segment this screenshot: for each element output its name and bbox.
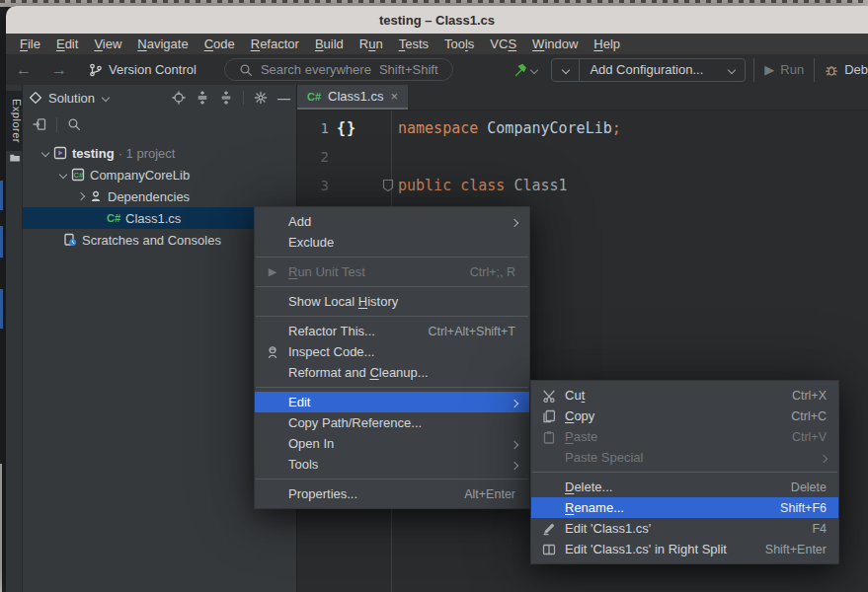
menubar-item-build[interactable]: Build <box>307 34 352 54</box>
build-dropdown-icon[interactable] <box>530 65 538 73</box>
toolbar-separator <box>56 117 57 132</box>
braces-inlay-icon[interactable]: {} <box>337 114 356 143</box>
folder-icon[interactable] <box>9 152 21 164</box>
menu-item-label: Add <box>288 214 311 229</box>
tool-window-stripe: Explorer <box>6 85 23 592</box>
menubar-item-code[interactable]: Code <box>197 34 243 54</box>
menu-item-add[interactable]: Add <box>255 211 529 232</box>
inspect-code-icon <box>263 345 282 359</box>
menu-item-label: Properties... <box>288 486 357 501</box>
menu-item-reformat-and-cleanup[interactable]: Reformat and Cleanup... <box>255 362 529 383</box>
configuration-chevron-button[interactable] <box>552 59 580 81</box>
menu-item-label: Open In <box>288 436 334 451</box>
menu-separator <box>256 387 528 388</box>
menu-item-open-in[interactable]: Open In <box>255 433 529 454</box>
menu-item-shortcut: Ctrl+V <box>792 430 827 444</box>
menubar-item-view[interactable]: View <box>86 34 129 54</box>
expand-all-icon[interactable] <box>196 91 209 105</box>
submenu-arrow-icon <box>512 395 517 409</box>
menubar-item-help[interactable]: Help <box>586 34 628 54</box>
collapse-all-icon[interactable] <box>219 91 233 105</box>
solution-panel-toolbar <box>23 111 296 138</box>
menu-item-refactor-this[interactable]: Refactor This...Ctrl+Alt+Shift+T <box>255 321 529 341</box>
close-icon[interactable]: × <box>390 89 398 104</box>
window-title: testing – Class1.cs <box>379 13 495 28</box>
menu-separator <box>256 286 528 287</box>
menubar-item-run[interactable]: Run <box>352 34 391 54</box>
menu-item-edit-class1-cs-in-right-split[interactable]: Edit 'Class1.cs' in Right SplitShift+Ent… <box>531 539 838 559</box>
search-everywhere-field[interactable]: Search everywhere Shift+Shift <box>224 58 453 81</box>
tree-item-label: CompanyCoreLib <box>90 168 190 183</box>
screen: testing – Class1.cs FileEditViewNavigate… <box>0 0 868 592</box>
menu-item-inspect-code[interactable]: Inspect Code... <box>255 341 529 362</box>
menubar-item-tools[interactable]: Tools <box>436 34 482 54</box>
menubar-item-window[interactable]: Window <box>524 34 586 54</box>
scroll-from-source-icon[interactable] <box>33 117 46 131</box>
run-icon: ▶ <box>764 62 774 77</box>
chevron-right-icon[interactable] <box>74 193 88 199</box>
locate-file-icon[interactable] <box>172 91 186 105</box>
gear-icon[interactable] <box>254 91 268 105</box>
chevron-down-icon[interactable] <box>56 172 70 178</box>
menu-item-paste-special: Paste Special <box>531 447 838 468</box>
solution-panel-header: Solution — <box>23 85 296 111</box>
menu-item-edit[interactable]: Edit <box>255 392 529 412</box>
menu-item-shortcut: Ctrl+C <box>791 409 827 423</box>
menu-item-properties[interactable]: Properties...Alt+Enter <box>255 483 529 504</box>
search-tree-icon[interactable] <box>67 117 81 131</box>
menu-item-show-local-history[interactable]: Show Local History <box>255 291 529 312</box>
background-light-edge <box>0 464 2 592</box>
run-configuration-select[interactable]: Add Configuration... <box>580 62 745 77</box>
build-button[interactable] <box>513 63 527 77</box>
solution-view-caret-icon[interactable] <box>102 94 110 102</box>
tree-item-label: Class1.cs <box>125 211 181 226</box>
menu-item-rename[interactable]: Rename...Shift+F6 <box>531 497 838 518</box>
menu-item-shortcut: Shift+F6 <box>780 501 827 515</box>
menubar-item-tests[interactable]: Tests <box>391 34 436 54</box>
menu-item-tools[interactable]: Tools <box>255 454 529 475</box>
menubar-item-edit[interactable]: Edit <box>48 34 86 54</box>
menubar-item-file[interactable]: File <box>12 34 48 54</box>
menu-item-cut[interactable]: CutCtrl+X <box>531 385 838 406</box>
menubar-item-refactor[interactable]: Refactor <box>243 34 307 54</box>
run-button[interactable]: ▶ Run <box>753 58 804 82</box>
tree-item-companycorelib[interactable]: C#CompanyCoreLib <box>23 164 296 185</box>
menu-item-shortcut: Ctrl+;, R <box>470 265 515 279</box>
menubar-item-vcs[interactable]: VCS <box>482 34 524 54</box>
menu-item-shortcut: F4 <box>812 522 827 536</box>
debug-button[interactable]: Deb <box>814 58 868 82</box>
menu-item-delete[interactable]: Delete...Delete <box>531 477 838 497</box>
tree-item-testing[interactable]: testing · 1 project <box>23 142 296 164</box>
context-menu: AddExclude▶Run Unit TestCtrl+;, RShow Lo… <box>254 206 530 509</box>
menu-separator <box>256 316 528 317</box>
code-line-2[interactable]: 2 <box>297 143 868 172</box>
edit-icon <box>539 522 559 536</box>
solution-icon <box>52 146 68 160</box>
menu-item-exclude[interactable]: Exclude <box>255 232 529 253</box>
menu-item-label: Edit 'Class1.cs' in Right Split <box>565 542 727 556</box>
forward-button[interactable]: → <box>41 61 77 79</box>
scratches-icon <box>62 233 78 247</box>
window-titlebar[interactable]: testing – Class1.cs <box>6 6 868 34</box>
git-branch-icon <box>89 63 103 77</box>
chevron-down-icon[interactable] <box>39 150 52 156</box>
menu-item-label: Inspect Code... <box>288 344 374 359</box>
back-button[interactable]: ← <box>6 61 41 79</box>
fold-marker-icon[interactable] <box>382 179 394 192</box>
hide-panel-icon[interactable]: — <box>277 91 290 106</box>
menu-separator <box>532 472 837 473</box>
tree-item-dependencies[interactable]: Dependencies <box>23 185 296 207</box>
version-control-widget[interactable]: Version Control <box>89 62 197 77</box>
solution-view-selector[interactable]: Solution <box>48 91 95 106</box>
menu-item-edit-class1-cs[interactable]: Edit 'Class1.cs'F4 <box>531 518 838 539</box>
menu-item-label: Reformat and Cleanup... <box>288 365 429 380</box>
menu-item-copy-path-reference[interactable]: Copy Path/Reference... <box>255 412 529 433</box>
search-shortcut: Shift+Shift <box>379 62 438 77</box>
menu-item-copy[interactable]: CopyCtrl+C <box>531 406 838 426</box>
code-line-3[interactable]: 3public class Class1 <box>297 172 868 200</box>
explorer-tool-window-button[interactable]: Explorer <box>6 91 23 151</box>
code-line-1[interactable]: 1{}namespace CompanyCoreLib; <box>297 114 868 143</box>
tree-item-label: Scratches and Consoles <box>82 233 221 248</box>
tab-class1-cs[interactable]: C# Class1.cs × <box>297 85 408 110</box>
menubar-item-navigate[interactable]: Navigate <box>129 34 196 54</box>
